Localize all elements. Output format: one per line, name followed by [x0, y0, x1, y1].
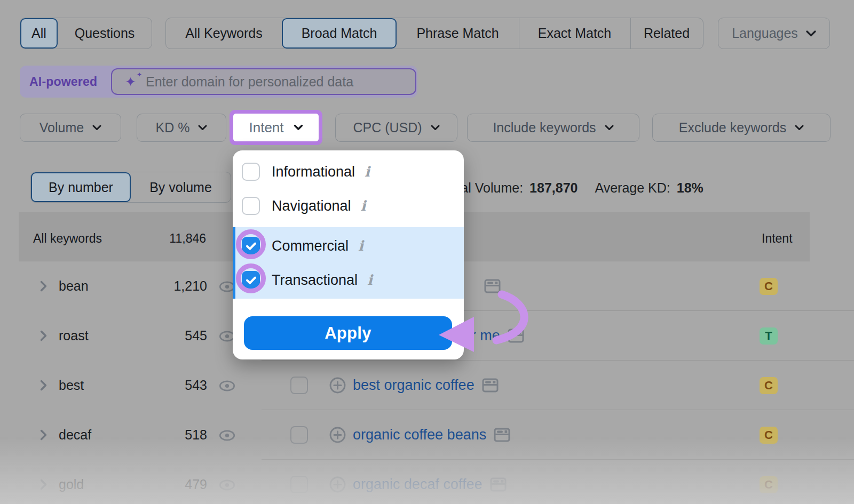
match-type-tab-group: All Keywords Broad Match Phrase Match Ex…	[165, 18, 703, 49]
chevron-right-icon[interactable]	[40, 479, 47, 490]
toggle-by-number[interactable]: By number	[31, 172, 131, 202]
group-count: 543	[143, 378, 207, 393]
serp-features-icon[interactable]	[482, 378, 499, 393]
apply-button[interactable]: Apply	[244, 316, 452, 350]
intent-filter-highlight: Intent	[230, 110, 322, 145]
serp-features-icon[interactable]	[494, 428, 510, 442]
groups-header: All keywords 11,846	[19, 212, 247, 261]
total-volume-value: 187,870	[529, 180, 578, 196]
intent-filter-label: Intent	[249, 119, 283, 136]
option-label: Navigational	[272, 198, 351, 214]
group-count: 545	[143, 328, 207, 343]
include-keywords-label: Include keywords	[493, 120, 596, 135]
domain-input[interactable]: ✦ ✦ Enter domain for personalized data	[111, 68, 416, 95]
group-row-bean[interactable]: bean 1,210	[19, 261, 247, 311]
group-row-best[interactable]: best 543	[19, 361, 247, 410]
intent-badge: T	[760, 327, 778, 345]
plus-circle-icon[interactable]	[329, 476, 346, 493]
checkbox-checked[interactable]	[242, 237, 260, 255]
ai-powered-badge: AI-powered	[29, 66, 97, 98]
plus-circle-icon[interactable]	[329, 377, 346, 394]
chevron-right-icon[interactable]	[40, 281, 47, 292]
option-label: Commercial	[272, 238, 349, 254]
group-count: 479	[143, 477, 207, 492]
chevron-right-icon[interactable]	[40, 380, 47, 391]
volume-filter-label: Volume	[39, 120, 84, 135]
group-count: 518	[143, 427, 207, 443]
table-row[interactable]: organic decaf coffee C	[262, 460, 854, 504]
keyword-magic-tool-screen: All Questions All Keywords Broad Match P…	[0, 0, 854, 504]
tab-related[interactable]: Related	[630, 18, 703, 49]
checkbox-unchecked[interactable]	[242, 197, 260, 215]
chevron-down-icon	[92, 125, 101, 131]
include-keywords-filter-button[interactable]: Include keywords	[467, 114, 639, 142]
info-icon[interactable]: i	[361, 199, 366, 213]
group-row-roast[interactable]: roast 545	[19, 311, 247, 361]
chevron-right-icon[interactable]	[40, 429, 47, 441]
question-filter-tab-group: All Questions	[20, 18, 152, 49]
domain-input-placeholder: Enter domain for personalized data	[146, 74, 353, 90]
info-icon[interactable]: i	[365, 165, 370, 179]
option-navigational[interactable]: Navigational i	[233, 189, 464, 223]
checkbox-unchecked[interactable]	[242, 163, 260, 181]
tab-phrase-match[interactable]: Phrase Match	[397, 18, 519, 49]
serp-features-icon[interactable]	[490, 477, 507, 492]
keyword-groups-panel: bean 1,210 roast 545 best 543	[19, 261, 247, 504]
group-label: roast	[59, 328, 89, 343]
checkbox-checked[interactable]	[242, 271, 260, 289]
intent-dropdown-panel: Informational i Navigational i Commercia…	[233, 150, 464, 359]
info-icon[interactable]: i	[367, 273, 373, 287]
cpc-filter-button[interactable]: CPC (USD)	[335, 114, 457, 142]
toggle-by-volume[interactable]: By volume	[131, 172, 231, 202]
group-label: best	[59, 378, 84, 393]
tab-broad-match[interactable]: Broad Match	[282, 18, 397, 49]
ai-powered-bar: AI-powered ✦ ✦ Enter domain for personal…	[20, 66, 417, 98]
table-row[interactable]: organic coffee beans C	[262, 410, 854, 460]
table-row[interactable]: best organic coffee C	[262, 361, 854, 410]
chevron-down-icon	[806, 30, 816, 37]
intent-badge: C	[760, 377, 778, 394]
row-checkbox[interactable]	[290, 476, 308, 493]
row-checkbox[interactable]	[290, 377, 308, 394]
plus-circle-icon[interactable]	[329, 427, 346, 443]
option-transactional[interactable]: Transactional i	[233, 263, 464, 297]
chevron-right-icon[interactable]	[40, 330, 47, 341]
languages-dropdown-button[interactable]: Languages	[718, 18, 830, 49]
kd-filter-button[interactable]: KD %	[137, 114, 226, 142]
chevron-down-icon	[431, 125, 440, 131]
volume-filter-button[interactable]: Volume	[20, 114, 121, 142]
tab-exact-match[interactable]: Exact Match	[519, 18, 630, 49]
eye-icon[interactable]	[219, 430, 235, 441]
row-checkbox[interactable]	[290, 426, 308, 444]
keyword-link[interactable]: organic coffee beans	[353, 427, 486, 443]
intent-filter-button[interactable]: Intent	[233, 114, 319, 141]
eye-icon[interactable]	[219, 380, 235, 391]
intent-column-header[interactable]: Intent	[762, 231, 793, 246]
kd-filter-label: KD %	[156, 120, 190, 135]
intent-badge: C	[760, 278, 778, 295]
keyword-link[interactable]: organic decaf coffee	[353, 476, 483, 493]
option-informational[interactable]: Informational i	[233, 155, 464, 189]
group-count: 1,210	[143, 278, 207, 294]
tab-all-keywords[interactable]: All Keywords	[166, 18, 282, 49]
tab-questions[interactable]: Questions	[58, 18, 152, 49]
group-row-gold[interactable]: gold 479	[19, 460, 247, 504]
average-kd-value: 18%	[677, 180, 703, 196]
intent-badge: C	[760, 476, 778, 493]
info-icon[interactable]: i	[358, 239, 363, 253]
chevron-down-icon	[198, 125, 207, 131]
option-label: Transactional	[272, 272, 358, 289]
sparkle-icon: ✦ ✦	[125, 75, 136, 89]
chevron-down-icon	[605, 125, 614, 131]
chevron-down-icon	[795, 125, 804, 131]
group-label: decaf	[59, 427, 91, 443]
keyword-link[interactable]: best organic coffee	[353, 377, 475, 394]
eye-icon[interactable]	[219, 479, 235, 491]
exclude-keywords-filter-button[interactable]: Exclude keywords	[652, 114, 831, 142]
tab-all[interactable]: All	[20, 18, 58, 49]
group-row-decaf[interactable]: decaf 518	[19, 410, 247, 460]
option-commercial[interactable]: Commercial i	[233, 229, 464, 263]
cpc-filter-label: CPC (USD)	[353, 120, 422, 135]
all-keywords-header-label[interactable]: All keywords	[33, 231, 102, 246]
intent-badge: C	[760, 427, 778, 444]
